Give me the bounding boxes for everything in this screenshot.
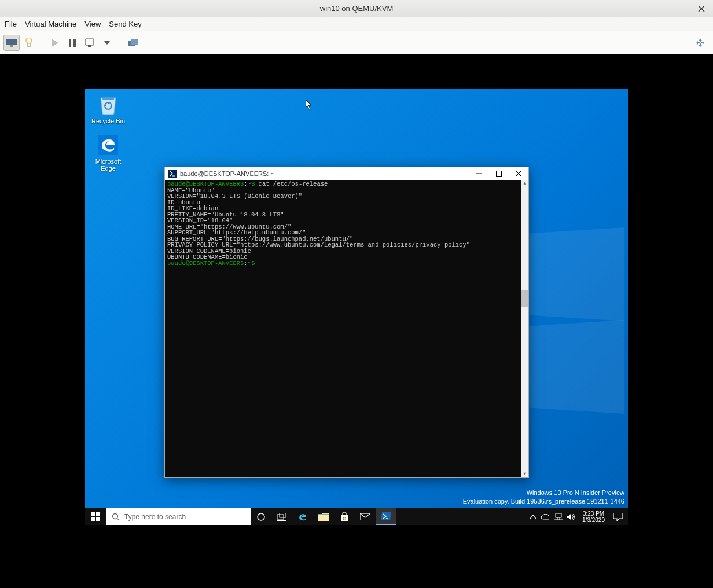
svg-rect-13 (96, 512, 100, 516)
menu-file[interactable]: File (5, 20, 17, 28)
mouse-cursor-icon (306, 100, 313, 110)
watermark-line: Evaluation copy. Build 19536.rs_prerelea… (463, 497, 624, 505)
minimize-button[interactable] (469, 167, 489, 180)
clock-time: 3:23 PM (582, 510, 605, 517)
terminal-scrollbar[interactable]: ▲▼ (521, 180, 528, 477)
powershell-icon (168, 170, 177, 178)
menu-send-key[interactable]: Send Key (109, 20, 141, 28)
taskbar-search[interactable]: Type here to search (106, 508, 251, 525)
run-button[interactable] (47, 35, 63, 51)
taskbar-cortana[interactable] (251, 508, 271, 525)
toolbar-separator (42, 35, 42, 50)
windows-icon (91, 512, 100, 521)
desktop-icon-edge[interactable]: Microsoft Edge (88, 133, 128, 172)
pause-button[interactable] (64, 35, 80, 51)
edge-icon (297, 512, 308, 522)
taskbar-taskview[interactable] (271, 508, 292, 525)
vm-toolbar (0, 31, 713, 54)
terminal-body[interactable]: baude@DESKTOP-ANVEERS:~$ cat /etc/os-rel… (165, 180, 528, 477)
network-icon (554, 513, 563, 520)
virt-manager-window: win10 on QEMU/KVM File Virtual Machine V… (0, 0, 713, 588)
search-placeholder: Type here to search (124, 513, 186, 521)
console-button[interactable] (3, 35, 20, 51)
snapshots-button[interactable] (125, 35, 141, 51)
vm-titlebar[interactable]: win10 on QEMU/KVM (0, 0, 713, 17)
folder-icon (318, 513, 329, 521)
guest-desktop[interactable]: Recycle Bin Microsoft Edge Windows 10 Pr… (85, 89, 628, 525)
edge-icon (97, 133, 120, 156)
menu-view[interactable]: View (84, 20, 101, 28)
vm-title: win10 on QEMU/KVM (320, 4, 393, 13)
svg-rect-23 (345, 517, 347, 519)
svg-rect-6 (88, 45, 91, 47)
svg-rect-19 (280, 513, 286, 517)
cloud-icon (541, 514, 550, 520)
taskbar-pinned (251, 508, 396, 525)
cortana-icon (256, 512, 266, 521)
svg-point-17 (258, 513, 264, 520)
svg-rect-0 (6, 39, 17, 45)
powershell-icon (381, 512, 391, 520)
scroll-down-icon[interactable]: ▼ (521, 471, 528, 477)
taskbar-clock[interactable]: 3:23 PM 1/3/2020 (579, 510, 608, 523)
svg-point-16 (113, 514, 118, 519)
taskbar-edge[interactable] (292, 508, 313, 525)
terminal-window[interactable]: baude@DESKTOP-ANVEERS: ~ baude@DESKTOP-A… (164, 167, 529, 478)
svg-rect-20 (277, 520, 286, 521)
svg-rect-22 (343, 517, 344, 519)
svg-rect-18 (277, 514, 284, 519)
info-button[interactable] (21, 35, 37, 51)
svg-rect-3 (69, 39, 71, 47)
volume-icon (567, 513, 575, 520)
desktop-icon-label: Microsoft Edge (88, 158, 128, 172)
svg-rect-1 (10, 45, 13, 47)
shutdown-button[interactable] (82, 35, 98, 51)
close-button[interactable] (509, 167, 528, 180)
terminal-title: baude@DESKTOP-ANVEERS: ~ (180, 170, 274, 177)
svg-rect-14 (91, 517, 95, 521)
shutdown-dropdown[interactable] (99, 35, 115, 51)
desktop-icon-recycle-bin[interactable]: Recycle Bin (88, 93, 128, 124)
svg-rect-27 (556, 513, 561, 517)
svg-rect-12 (91, 512, 95, 516)
terminal-titlebar[interactable]: baude@DESKTOP-ANVEERS: ~ (165, 167, 528, 180)
svg-rect-5 (86, 39, 94, 45)
tray-onedrive[interactable] (541, 514, 551, 520)
taskbar-notifications[interactable] (611, 513, 626, 521)
taskbar-tray: 3:23 PM 1/3/2020 (528, 508, 628, 525)
clock-date: 1/3/2020 (582, 517, 605, 523)
svg-rect-15 (96, 517, 100, 521)
watermark-line: Windows 10 Pro N Insider Preview (463, 488, 624, 497)
taskbar-explorer[interactable] (313, 508, 334, 525)
recycle-bin-icon (97, 93, 120, 116)
taskbar-powershell[interactable] (376, 508, 396, 525)
tray-network[interactable] (553, 513, 564, 520)
windows-watermark: Windows 10 Pro N Insider Preview Evaluat… (463, 488, 624, 505)
vm-viewport: Recycle Bin Microsoft Edge Windows 10 Pr… (0, 54, 713, 588)
fullscreen-button[interactable] (692, 35, 708, 51)
svg-rect-11 (497, 171, 502, 177)
desktop-icon-label: Recycle Bin (88, 117, 128, 124)
svg-rect-25 (345, 519, 347, 521)
taskbar: Type here to search (85, 508, 628, 525)
chevron-up-icon (530, 515, 536, 519)
taskview-icon (277, 513, 286, 521)
svg-rect-4 (73, 39, 76, 47)
tray-volume[interactable] (566, 513, 576, 520)
vm-close-button[interactable] (696, 3, 707, 14)
svg-rect-8 (131, 39, 138, 45)
maximize-button[interactable] (489, 167, 509, 180)
menu-virtual-machine[interactable]: Virtual Machine (25, 20, 76, 28)
taskbar-mail[interactable] (355, 508, 376, 525)
start-button[interactable] (85, 508, 106, 525)
tray-chevron[interactable] (528, 515, 538, 519)
mail-icon (360, 513, 370, 520)
search-icon (112, 513, 120, 521)
scroll-up-icon[interactable]: ▲ (521, 180, 528, 187)
store-icon (340, 512, 349, 521)
taskbar-store[interactable] (334, 508, 355, 525)
svg-rect-24 (343, 519, 344, 521)
scroll-thumb[interactable] (521, 290, 528, 307)
svg-point-2 (26, 38, 32, 43)
toolbar-separator (120, 35, 120, 50)
